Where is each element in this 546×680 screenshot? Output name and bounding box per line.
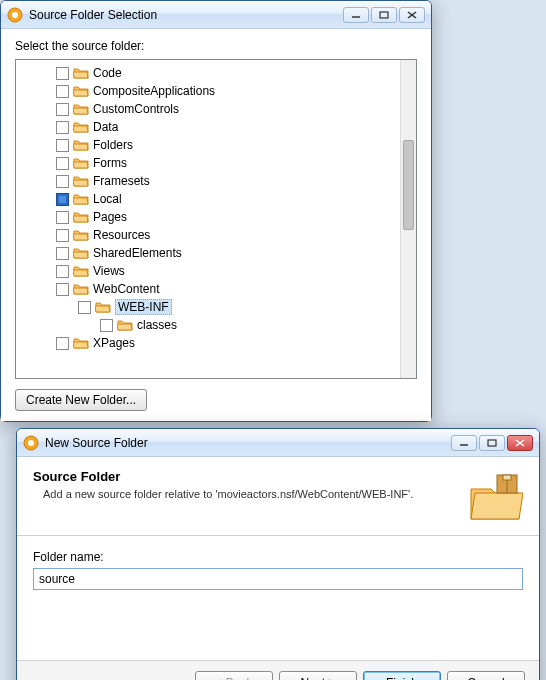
next-button[interactable]: Next > — [279, 671, 357, 680]
tree-checkbox[interactable] — [56, 283, 69, 296]
folder-icon — [73, 264, 89, 278]
tree-item[interactable]: classes — [16, 316, 416, 334]
tree-label: Local — [93, 192, 122, 206]
folder-icon — [73, 84, 89, 98]
folder-icon — [73, 228, 89, 242]
tree-checkbox[interactable] — [56, 211, 69, 224]
tree-checkbox[interactable] — [56, 175, 69, 188]
minimize-button[interactable] — [451, 435, 477, 451]
vertical-scrollbar[interactable] — [400, 60, 416, 378]
folder-icon — [73, 336, 89, 350]
folder-icon — [73, 120, 89, 134]
tree-label: Folders — [93, 138, 133, 152]
tree-checkbox[interactable] — [56, 337, 69, 350]
tree-item[interactable]: WEB-INF — [16, 298, 416, 316]
folder-name-input[interactable] — [33, 568, 523, 590]
tree-item[interactable]: CompositeApplications — [16, 82, 416, 100]
scroll-thumb[interactable] — [403, 140, 414, 230]
svg-rect-3 — [380, 12, 388, 18]
tree-item[interactable]: Views — [16, 262, 416, 280]
tree-checkbox[interactable] — [100, 319, 113, 332]
tree-checkbox[interactable] — [56, 85, 69, 98]
window-controls — [343, 7, 425, 23]
maximize-button[interactable] — [479, 435, 505, 451]
folder-icon — [73, 156, 89, 170]
tree-item[interactable]: Local — [16, 190, 416, 208]
tree-item[interactable]: CustomControls — [16, 100, 416, 118]
app-icon — [7, 7, 23, 23]
new-source-folder-window: New Source Folder Source Folder Add a ne… — [16, 428, 540, 680]
folder-icon — [73, 138, 89, 152]
window-controls — [451, 435, 533, 451]
tree-checkbox[interactable] — [56, 193, 69, 206]
app-icon — [23, 435, 39, 451]
window-body: Select the source folder: CodeCompositeA… — [1, 29, 431, 421]
tree-item[interactable]: Data — [16, 118, 416, 136]
tree-item[interactable]: Pages — [16, 208, 416, 226]
folder-icon — [73, 102, 89, 116]
tree-item[interactable]: Folders — [16, 136, 416, 154]
tree-label: Resources — [93, 228, 150, 242]
svg-point-7 — [28, 440, 34, 446]
wizard-footer: < Back Next > Finish Cancel — [17, 660, 539, 680]
wizard-header: Source Folder Add a new source folder re… — [17, 457, 539, 536]
folder-icon — [73, 210, 89, 224]
tree-item[interactable]: Code — [16, 64, 416, 82]
close-button[interactable] — [507, 435, 533, 451]
wizard-title: Source Folder — [33, 469, 467, 484]
tree-label: SharedElements — [93, 246, 182, 260]
folder-icon — [73, 246, 89, 260]
svg-rect-9 — [488, 440, 496, 446]
tree-label: Code — [93, 66, 122, 80]
folder-icon — [73, 282, 89, 296]
tree-label: CompositeApplications — [93, 84, 215, 98]
tree-label: WebContent — [93, 282, 160, 296]
tree-item[interactable]: Forms — [16, 154, 416, 172]
folder-package-icon — [467, 469, 523, 525]
tree-label: CustomControls — [93, 102, 179, 116]
prompt-label: Select the source folder: — [15, 39, 417, 53]
tree-label: Views — [93, 264, 125, 278]
tree-checkbox[interactable] — [78, 301, 91, 314]
tree-checkbox[interactable] — [56, 121, 69, 134]
tree-checkbox[interactable] — [56, 247, 69, 260]
tree-item[interactable]: SharedElements — [16, 244, 416, 262]
folder-name-label: Folder name: — [33, 550, 523, 564]
tree-checkbox[interactable] — [56, 139, 69, 152]
tree-item[interactable]: WebContent — [16, 280, 416, 298]
back-button[interactable]: < Back — [195, 671, 273, 680]
tree-checkbox[interactable] — [56, 265, 69, 278]
tree-item[interactable]: Resources — [16, 226, 416, 244]
wizard-body: Folder name: — [17, 536, 539, 660]
folder-icon — [95, 300, 111, 314]
finish-button[interactable]: Finish — [363, 671, 441, 680]
svg-rect-14 — [503, 475, 511, 480]
maximize-button[interactable] — [371, 7, 397, 23]
tree-item[interactable]: XPages — [16, 334, 416, 352]
svg-point-1 — [12, 12, 18, 18]
source-folder-selection-window: Source Folder Selection Select the sourc… — [0, 0, 432, 422]
title-bar[interactable]: Source Folder Selection — [1, 1, 431, 29]
tree-checkbox[interactable] — [56, 157, 69, 170]
wizard-description: Add a new source folder relative to 'mov… — [33, 488, 467, 500]
close-button[interactable] — [399, 7, 425, 23]
cancel-button[interactable]: Cancel — [447, 671, 525, 680]
tree-checkbox[interactable] — [56, 103, 69, 116]
tree-label: WEB-INF — [115, 299, 172, 315]
minimize-button[interactable] — [343, 7, 369, 23]
tree-item[interactable]: Framesets — [16, 172, 416, 190]
tree-label: classes — [137, 318, 177, 332]
create-new-folder-button[interactable]: Create New Folder... — [15, 389, 147, 411]
folder-icon — [73, 174, 89, 188]
tree-label: Forms — [93, 156, 127, 170]
folder-icon — [117, 318, 133, 332]
tree-checkbox[interactable] — [56, 67, 69, 80]
window-title: New Source Folder — [45, 436, 451, 450]
folder-icon — [73, 192, 89, 206]
tree-label: Pages — [93, 210, 127, 224]
tree-label: Data — [93, 120, 118, 134]
title-bar[interactable]: New Source Folder — [17, 429, 539, 457]
tree-checkbox[interactable] — [56, 229, 69, 242]
tree-scroll[interactable]: CodeCompositeApplicationsCustomControlsD… — [16, 60, 416, 378]
folder-icon — [73, 66, 89, 80]
